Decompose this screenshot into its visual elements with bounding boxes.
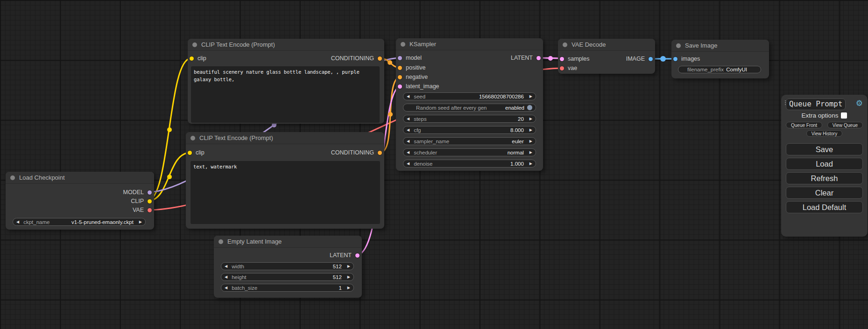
steps-widget[interactable]: ◀ steps 20 ▶ [403, 115, 536, 123]
extra-options-checkbox[interactable] [841, 112, 847, 119]
refresh-button[interactable]: Refresh [786, 172, 863, 184]
input-slot-negative[interactable]: negative [398, 73, 428, 81]
gear-icon[interactable]: ⚙ [856, 99, 863, 107]
load-default-button[interactable]: Load Default [786, 201, 863, 213]
batch-size-widget[interactable]: ◀ batch_size 1 ▶ [221, 284, 354, 292]
node-clip-text-encode-negative[interactable]: CLIP Text Encode (Prompt) clip CONDITION… [186, 132, 384, 229]
node-graph-canvas[interactable]: Load Checkpoint MODEL CLIP VAE ◀ ckpt_na… [0, 0, 868, 329]
input-slot-dot[interactable] [188, 151, 192, 155]
node-title-bar[interactable]: CLIP Text Encode (Prompt) [186, 132, 384, 144]
arrow-right-icon[interactable]: ▶ [347, 265, 350, 268]
node-title-bar[interactable]: CLIP Text Encode (Prompt) [188, 39, 384, 51]
node-load-checkpoint[interactable]: Load Checkpoint MODEL CLIP VAE ◀ ckpt_na… [6, 172, 154, 230]
output-slot-latent[interactable]: LATENT [330, 251, 360, 259]
arrow-left-icon[interactable]: ◀ [407, 151, 409, 154]
input-slot-dot[interactable] [673, 57, 677, 61]
height-widget[interactable]: ◀ height 512 ▶ [221, 273, 354, 281]
clear-button[interactable]: Clear [786, 187, 863, 199]
input-slot-latent-image[interactable]: latent_image [398, 82, 439, 91]
input-slot-dot[interactable] [190, 56, 194, 61]
collapse-dot-icon[interactable] [401, 42, 405, 47]
seed-widget[interactable]: ◀ seed 156680208700286 ▶ [403, 92, 536, 100]
arrow-right-icon[interactable]: ▶ [347, 275, 350, 279]
view-history-button[interactable]: View History [806, 130, 842, 137]
arrow-left-icon[interactable]: ◀ [225, 265, 227, 268]
arrow-left-icon[interactable]: ◀ [225, 286, 227, 290]
collapse-dot-icon[interactable] [219, 239, 223, 244]
node-save-image[interactable]: Save Image images filename_prefix ComfyU… [671, 40, 769, 78]
scheduler-widget[interactable]: ◀ scheduler normal ▶ [403, 148, 536, 156]
collapse-dot-icon[interactable] [191, 136, 195, 140]
input-slot-vae[interactable]: vae [560, 64, 577, 72]
queue-front-button[interactable]: Queue Front [786, 122, 822, 128]
width-widget[interactable]: ◀ width 512 ▶ [221, 262, 354, 270]
load-button[interactable]: Load [786, 158, 863, 170]
output-slot-dot[interactable] [649, 57, 653, 61]
input-slot-dot[interactable] [398, 75, 402, 79]
view-queue-button[interactable]: View Queue [827, 122, 863, 128]
output-slot-model[interactable]: MODEL [123, 188, 152, 196]
output-slot-image[interactable]: IMAGE [626, 55, 653, 63]
collapse-dot-icon[interactable] [192, 42, 197, 47]
input-slot-dot[interactable] [560, 66, 564, 70]
arrow-right-icon[interactable]: ▶ [347, 286, 350, 290]
output-slot-vae[interactable]: VAE [133, 206, 152, 214]
filename-prefix-widget[interactable]: filename_prefix ComfyUI [678, 66, 761, 73]
arrow-left-icon[interactable]: ◀ [225, 275, 227, 279]
node-clip-text-encode-positive[interactable]: CLIP Text Encode (Prompt) clip CONDITION… [188, 39, 384, 124]
arrow-left-icon[interactable]: ◀ [16, 220, 19, 224]
output-slot-dot[interactable] [355, 253, 360, 258]
prompt-textarea[interactable]: text, watermark [191, 161, 380, 224]
arrow-right-icon[interactable]: ▶ [529, 151, 532, 154]
output-slot-dot[interactable] [536, 56, 541, 60]
node-title-bar[interactable]: VAE Decode [558, 39, 655, 51]
input-slot-dot[interactable] [560, 57, 564, 61]
collapse-dot-icon[interactable] [10, 175, 15, 180]
input-slot-images[interactable]: images [673, 55, 700, 63]
prompt-textarea[interactable]: beautiful scenery nature glass bottle la… [191, 66, 380, 123]
input-slot-positive[interactable]: positive [398, 63, 425, 72]
arrow-right-icon[interactable]: ▶ [139, 220, 142, 224]
node-title-bar[interactable]: Empty Latent Image [214, 236, 362, 248]
arrow-right-icon[interactable]: ▶ [529, 95, 532, 98]
ckpt-name-widget[interactable]: ◀ ckpt_name v1-5-pruned-emaonly.ckpt ▶ [13, 218, 146, 226]
arrow-left-icon[interactable]: ◀ [407, 117, 409, 121]
input-slot-samples[interactable]: samples [560, 55, 590, 63]
output-slot-dot[interactable] [148, 208, 152, 212]
collapse-dot-icon[interactable] [676, 43, 681, 48]
output-slot-clip[interactable]: CLIP [131, 197, 152, 205]
node-title-bar[interactable]: KSampler [396, 38, 543, 50]
output-slot-dot[interactable] [378, 151, 382, 155]
arrow-right-icon[interactable]: ▶ [529, 128, 532, 132]
save-button[interactable]: Save [786, 143, 863, 155]
output-slot-conditioning[interactable]: CONDITIONING [331, 148, 382, 157]
input-slot-model[interactable]: model [398, 54, 422, 62]
output-slot-dot[interactable] [148, 190, 152, 195]
node-title-bar[interactable]: Load Checkpoint [6, 172, 154, 184]
node-title-bar[interactable]: Save Image [671, 40, 769, 52]
input-slot-dot[interactable] [398, 56, 402, 60]
node-empty-latent-image[interactable]: Empty Latent Image LATENT ◀ width 512 ▶ … [214, 236, 362, 298]
arrow-left-icon[interactable]: ◀ [407, 95, 409, 98]
node-ksampler[interactable]: KSampler model positive negative latent_… [396, 38, 543, 171]
input-slot-dot[interactable] [398, 66, 402, 70]
arrow-right-icon[interactable]: ▶ [529, 162, 532, 166]
sampler-name-widget[interactable]: ◀ sampler_name euler ▶ [403, 137, 536, 145]
output-slot-latent[interactable]: LATENT [511, 54, 541, 62]
arrow-left-icon[interactable]: ◀ [407, 162, 409, 166]
node-vae-decode[interactable]: VAE Decode samples vae IMAGE [558, 39, 655, 74]
denoise-widget[interactable]: ◀ denoise 1.000 ▶ [403, 160, 536, 168]
arrow-left-icon[interactable]: ◀ [407, 140, 409, 143]
toggle-dot-icon[interactable] [527, 105, 532, 110]
queue-prompt-button[interactable]: Queue Prompt [786, 98, 846, 110]
arrow-right-icon[interactable]: ▶ [529, 117, 532, 121]
random-seed-toggle-widget[interactable]: Random seed after every gen enabled [403, 104, 536, 112]
output-slot-conditioning[interactable]: CONDITIONING [331, 54, 382, 63]
input-slot-clip[interactable]: clip [190, 54, 206, 63]
arrow-left-icon[interactable]: ◀ [407, 128, 409, 132]
output-slot-dot[interactable] [378, 56, 382, 61]
input-slot-dot[interactable] [398, 84, 402, 89]
collapse-dot-icon[interactable] [563, 42, 567, 47]
output-slot-dot[interactable] [148, 199, 152, 203]
arrow-right-icon[interactable]: ▶ [529, 140, 532, 143]
